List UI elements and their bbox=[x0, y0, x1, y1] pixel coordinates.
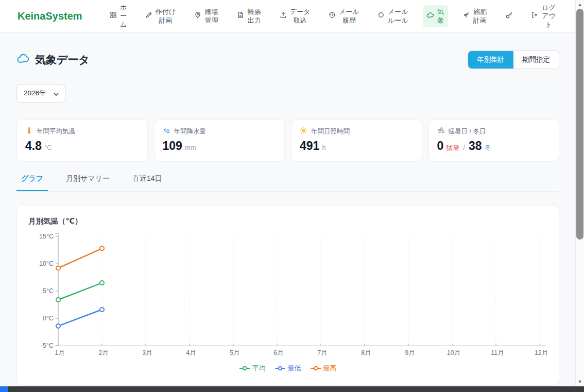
stats-row: 年間平均気温 4.8 °C 年間降水量 109 mm bbox=[16, 120, 559, 161]
chart-title: 月別気温（℃） bbox=[28, 216, 547, 226]
tabs-row: グラフ 月別サマリー 直近14日 bbox=[16, 174, 559, 192]
svg-text:10°C: 10°C bbox=[39, 260, 54, 267]
svg-text:8月: 8月 bbox=[361, 349, 371, 356]
nav-item-label: メール履歴 bbox=[339, 8, 359, 25]
nav-item-label: メールルール bbox=[388, 8, 408, 25]
svg-text:6月: 6月 bbox=[273, 349, 283, 356]
circle-icon bbox=[377, 11, 385, 21]
grid-icon bbox=[110, 11, 117, 21]
legend-item[interactable]: 最高 bbox=[311, 364, 337, 373]
year-select-value: 2026年 bbox=[24, 89, 46, 98]
svg-text:12月: 12月 bbox=[535, 349, 548, 356]
hot-days-label: 猛暑 bbox=[446, 143, 459, 152]
nav-item-home[interactable]: ホーム bbox=[106, 1, 131, 31]
nav-item-data-import[interactable]: データ取込 bbox=[276, 5, 314, 27]
legend-item[interactable]: 平均 bbox=[239, 364, 266, 373]
nav-item-label: 帳票出力 bbox=[247, 8, 262, 25]
nav-item-mail-rules[interactable]: メールルール bbox=[374, 5, 412, 27]
yearly-summary-toggle[interactable]: 年別集計 bbox=[468, 51, 513, 69]
legend-marker-icon bbox=[275, 366, 285, 371]
view-toggle: 年別集計 期間指定 bbox=[468, 50, 559, 69]
svg-text:11月: 11月 bbox=[491, 349, 504, 356]
stat-separator: / bbox=[463, 144, 465, 151]
stat-unit: °C bbox=[44, 144, 52, 151]
history-icon bbox=[329, 11, 336, 21]
winter-days-value: 38 bbox=[469, 139, 482, 153]
svg-text:5°C: 5°C bbox=[43, 287, 54, 295]
stat-card-sunshine: 年間日照時間 491 h bbox=[291, 120, 422, 161]
stat-unit: h bbox=[322, 144, 325, 151]
map-pin-icon bbox=[194, 11, 201, 21]
nav-item-logout[interactable]: ログアウト bbox=[527, 1, 560, 31]
stat-value: 109 bbox=[163, 139, 182, 153]
nav-item-field-management[interactable]: 圃場管理 bbox=[191, 5, 222, 27]
legend-marker-icon bbox=[311, 366, 321, 371]
stat-unit: mm bbox=[185, 144, 196, 151]
stat-label: 年間日照時間 bbox=[311, 127, 350, 136]
svg-text:2月: 2月 bbox=[98, 349, 108, 356]
vertical-scrollbar: ▲ ▼ bbox=[575, 0, 584, 386]
wind-icon bbox=[437, 127, 445, 136]
page-title: 気象データ bbox=[35, 53, 90, 67]
bottom-bar bbox=[0, 386, 584, 392]
nav-item-label: ホーム bbox=[120, 4, 127, 29]
logout-icon bbox=[531, 11, 538, 21]
winter-days-label: 冬 bbox=[485, 143, 491, 152]
cloud-icon bbox=[426, 11, 434, 21]
svg-text:5月: 5月 bbox=[230, 349, 239, 356]
nav-item-weather[interactable]: 気象 bbox=[423, 5, 448, 27]
nav-item-label: 作付け計画 bbox=[156, 8, 176, 25]
hot-days-value: 0 bbox=[437, 139, 444, 153]
stat-value: 4.8 bbox=[25, 139, 42, 153]
svg-text:7月: 7月 bbox=[317, 349, 327, 356]
nav-item-label: データ取込 bbox=[290, 8, 311, 25]
scrollbar-thumb[interactable] bbox=[576, 9, 583, 240]
tab-monthly-summary[interactable]: 月別サマリー bbox=[61, 174, 114, 191]
monthly-temperature-chart-card: 月別気温（℃） 1月2月3月4月5月6月7月8月9月10月11月12月15°C1… bbox=[16, 205, 559, 386]
key-icon bbox=[505, 11, 513, 21]
cloud-title-icon bbox=[16, 52, 30, 67]
period-select-toggle[interactable]: 期間指定 bbox=[513, 51, 559, 69]
stat-card-precipitation: 年間降水量 109 mm bbox=[154, 120, 285, 161]
scroll-up-arrow-icon[interactable]: ▲ bbox=[576, 1, 584, 8]
sprout-icon bbox=[462, 11, 470, 21]
legend-marker-icon bbox=[239, 366, 250, 371]
year-select[interactable]: 2026年 bbox=[16, 84, 65, 103]
app-viewport: KeinaSystem ホーム 作付け計画 圃場管理 帳票出力 bbox=[0, 0, 584, 392]
taskbar-accent bbox=[0, 386, 8, 392]
scroll-down-arrow-icon[interactable]: ▼ bbox=[576, 378, 584, 385]
legend-label: 最低 bbox=[288, 364, 301, 373]
svg-text:1月: 1月 bbox=[55, 349, 64, 356]
monthly-temperature-chart: 1月2月3月4月5月6月7月8月9月10月11月12月15°C10°C5°C0°… bbox=[28, 232, 548, 357]
nav-item-mail-history[interactable]: メール履歴 bbox=[325, 5, 363, 27]
pen-icon bbox=[145, 11, 152, 21]
stat-label: 猛暑日 / 冬日 bbox=[449, 127, 486, 136]
main-nav: ホーム 作付け計画 圃場管理 帳票出力 データ取込 bbox=[106, 1, 560, 31]
stat-value: 491 bbox=[300, 139, 319, 153]
top-nav-bar: KeinaSystem ホーム 作付け計画 圃場管理 帳票出力 bbox=[0, 0, 575, 33]
svg-text:0°C: 0°C bbox=[43, 315, 54, 322]
droplets-icon bbox=[163, 127, 170, 136]
chevron-down-icon bbox=[54, 90, 59, 97]
stat-card-avg-temp: 年間平均気温 4.8 °C bbox=[16, 120, 148, 161]
svg-text:-5°C: -5°C bbox=[41, 342, 54, 349]
sun-icon bbox=[300, 127, 307, 136]
chart-legend: 平均最低最高 bbox=[28, 364, 547, 373]
nav-item-label: ログアウト bbox=[541, 4, 556, 29]
svg-text:3月: 3月 bbox=[142, 349, 152, 356]
tab-graph[interactable]: グラフ bbox=[16, 174, 48, 191]
stat-card-hot-winter-days: 猛暑日 / 冬日 0 猛暑 / 38 冬 bbox=[428, 120, 560, 161]
nav-item-fertilization-plan[interactable]: 施肥計画 bbox=[459, 5, 491, 27]
legend-label: 最高 bbox=[323, 364, 337, 373]
svg-text:15°C: 15°C bbox=[39, 233, 54, 240]
tab-recent-14-days[interactable]: 直近14日 bbox=[128, 174, 167, 191]
nav-item-planting-plan[interactable]: 作付け計画 bbox=[142, 5, 180, 27]
brand-logo[interactable]: KeinaSystem bbox=[18, 10, 82, 22]
svg-text:10月: 10月 bbox=[447, 349, 460, 356]
legend-item[interactable]: 最低 bbox=[275, 364, 301, 373]
nav-item-report-output[interactable]: 帳票出力 bbox=[233, 5, 265, 27]
main-content: 気象データ 年別集計 期間指定 2026年 年間平均気温 bbox=[0, 33, 575, 386]
nav-item-password[interactable] bbox=[502, 9, 517, 24]
stat-label: 年間降水量 bbox=[174, 127, 207, 136]
stat-label: 年間平均気温 bbox=[37, 127, 75, 136]
